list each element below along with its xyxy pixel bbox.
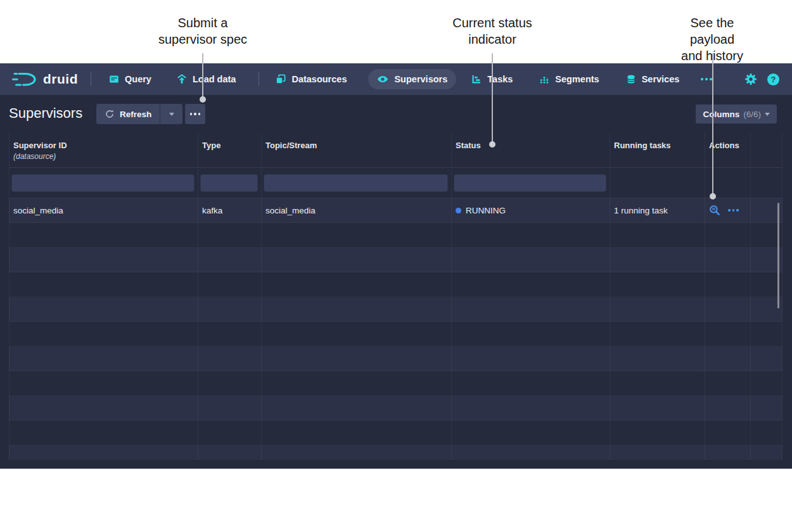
column-header-status[interactable]: Status [452,133,610,167]
refresh-button[interactable]: Refresh [96,104,160,124]
nav-item-segments[interactable]: Segments [535,69,603,89]
cell-empty [610,445,705,460]
annotation-submit-spec: Submit a supervisor spec [158,15,247,48]
nav-item-label: Load data [193,74,236,84]
table-filter-row [9,168,782,198]
cell-empty [610,248,705,272]
cell-topic-stream: social_media [262,198,452,222]
filter-cell-empty [751,168,782,198]
cell-empty [751,371,782,395]
cell-empty [751,322,782,346]
cell-status: RUNNING [452,198,610,222]
refresh-interval-dropdown[interactable] [160,104,182,124]
status-running-dot [456,208,461,213]
filter-cell [262,168,452,198]
nav-separator [259,72,259,86]
supervisors-table: Supervisor ID (datasource) Type Topic/St… [9,133,782,460]
cell-empty [610,272,705,296]
table-row-empty [9,346,782,371]
column-header-supervisor-id[interactable]: Supervisor ID (datasource) [9,133,198,167]
cell-empty [9,297,198,321]
column-header-actions[interactable]: Actions [705,133,751,167]
column-header-subtitle: (datasource) [13,152,198,161]
cell-running-tasks: 1 running task [610,198,705,222]
filter-cell [452,168,610,198]
columns-picker-button[interactable]: Columns (6/6) [696,104,777,124]
cell-empty [452,272,610,296]
cell-actions [705,198,751,222]
table-row-empty [9,371,782,396]
status-filter-input[interactable] [454,174,606,192]
cell-empty [452,445,610,460]
annotation-status-indicator: Current status indicator [452,15,532,48]
cell-empty [262,396,452,420]
cell-empty [198,445,262,460]
nav-item-query[interactable]: Query [105,69,155,89]
table-row-empty [9,421,782,445]
nav-item-load-data[interactable]: Load data [173,69,240,89]
search-payload-icon[interactable] [709,205,720,216]
table-scrollbar[interactable] [777,203,779,308]
cell-empty [262,322,452,346]
nav-item-tasks[interactable]: Tasks [468,69,516,89]
nav-separator [91,72,91,86]
cell-empty [610,346,705,370]
gear-icon[interactable] [744,73,757,86]
gantt-icon [471,74,482,84]
cell-empty [198,346,262,370]
cell-empty [198,371,262,395]
cell-empty [705,297,751,321]
view-toolbar: Supervisors Refresh Column [0,95,792,133]
nav-item-datasources[interactable]: Datasources [272,69,350,89]
cell-empty [452,371,610,395]
refresh-button-group: Refresh [96,104,182,124]
chevron-down-icon [765,113,770,116]
cell-empty [705,322,751,346]
topic-stream-filter-input[interactable] [264,174,448,192]
cell-empty [705,248,751,272]
nav-overflow-menu[interactable] [698,78,715,80]
refresh-button-label: Refresh [120,110,151,119]
cell-empty [705,445,751,460]
cell-empty [9,346,198,370]
page-title: Supervisors [9,105,82,122]
type-filter-input[interactable] [200,174,258,192]
row-actions-menu-icon[interactable] [727,208,740,213]
screenshot-canvas: druid Query [0,0,792,532]
cell-empty [610,223,705,247]
table-header-row: Supervisor ID (datasource) Type Topic/St… [9,133,782,168]
cell-empty [452,396,610,420]
datasources-icon [276,74,286,84]
cell-empty [198,421,262,445]
query-icon [109,74,119,84]
cell-empty [9,396,198,420]
nav-item-supervisors[interactable]: Supervisors [368,69,456,89]
column-header-type[interactable]: Type [198,133,262,167]
cell-empty [198,272,262,296]
cell-empty [262,223,452,247]
table-row-empty [9,272,782,297]
cell-empty [9,445,198,460]
bar-chart-icon [539,74,549,84]
cell-empty [705,371,751,395]
supervisors-more-button[interactable] [185,104,205,124]
cell-empty [9,223,198,247]
druid-console: druid Query [0,63,792,469]
help-icon[interactable]: ? [767,73,779,86]
druid-logo[interactable]: druid [10,70,78,88]
column-header-running-tasks[interactable]: Running tasks [610,133,705,167]
cell-empty [452,346,610,370]
cell-empty [262,445,452,460]
cell-empty [610,297,705,321]
filter-cell-empty [610,168,705,198]
nav-item-label: Segments [555,74,599,84]
cell-supervisor-id[interactable]: social_media [9,198,198,222]
columns-count: (6/6) [743,110,761,119]
supervisor-id-filter-input[interactable] [11,174,195,192]
cell-empty [262,421,452,445]
column-header-topic-stream[interactable]: Topic/Stream [262,133,452,167]
cell-empty [751,346,782,370]
nav-item-services[interactable]: Services [622,69,684,89]
cell-empty [751,421,782,445]
load-data-icon [177,74,187,84]
